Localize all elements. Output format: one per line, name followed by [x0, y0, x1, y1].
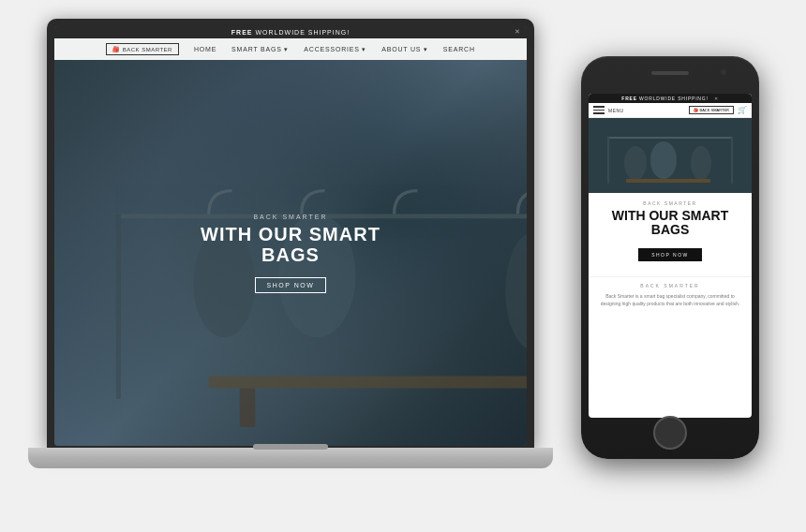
scene: FREE WORLDWIDE SHIPPING! ✕ 🎒 BACK SMARTE… — [0, 0, 806, 532]
phone-about-section: BACK SMARTER Back Smarter is a smart bag… — [589, 276, 752, 313]
laptop-shop-now-button[interactable]: SHOP NOW — [255, 277, 327, 293]
phone-menu-icon[interactable] — [593, 106, 604, 114]
phone-title-line2: BAGS — [651, 222, 689, 237]
phone-banner-text: WORLDWIDE SHIPPING! — [639, 96, 709, 101]
laptop-banner: FREE WORLDWIDE SHIPPING! ✕ — [54, 26, 527, 38]
laptop-hero-title-line1: WITH OUR SMART — [201, 224, 381, 244]
svg-rect-16 — [731, 137, 733, 184]
phone-hero-image — [589, 118, 752, 193]
svg-point-18 — [650, 141, 677, 179]
laptop-banner-text: WORLDWIDE SHIPPING! — [255, 29, 350, 36]
laptop-navbar: 🎒 BACK SMARTER HOME SMART BAGS ▾ ACCESSO… — [54, 38, 527, 60]
laptop-banner-close[interactable]: ✕ — [515, 28, 521, 36]
svg-point-17 — [624, 146, 647, 180]
svg-point-5 — [505, 233, 527, 350]
laptop-hero-title: WITH OUR SMART BAGS — [201, 224, 381, 265]
svg-rect-8 — [240, 389, 255, 427]
laptop-nav-about[interactable]: ABOUT US ▾ — [381, 46, 428, 53]
phone-content-subtitle: BACK SMARTER — [598, 200, 742, 206]
svg-rect-15 — [607, 137, 609, 184]
phone-hero-svg — [589, 118, 752, 193]
svg-point-19 — [691, 146, 711, 180]
laptop-screen-outer: FREE WORLDWIDE SHIPPING! ✕ 🎒 BACK SMARTE… — [47, 19, 534, 448]
phone-shop-now-button[interactable]: SHOP NOW — [638, 248, 702, 261]
phone-about-title: BACK SMARTER — [598, 283, 742, 288]
phone-screen: FREE WORLDWIDE SHIPPING! ✕ MENU 🎒 BACK S… — [589, 94, 752, 418]
phone-banner-free: FREE — [621, 96, 637, 101]
laptop-hinge — [253, 444, 328, 450]
phone-logo-icon: 🎒 — [694, 108, 698, 112]
laptop-hero-subtitle: BACK SMARTER — [201, 214, 381, 220]
laptop-hero-text: BACK SMARTER WITH OUR SMART BAGS SHOP NO… — [201, 214, 381, 293]
svg-rect-1 — [116, 214, 121, 400]
phone-title-line1: WITH OUR SMART — [612, 208, 728, 223]
svg-rect-7 — [209, 377, 527, 389]
phone-content-title: WITH OUR SMART BAGS — [598, 209, 742, 238]
phone-banner-close[interactable]: ✕ — [714, 96, 719, 101]
laptop-hero: BACK SMARTER WITH OUR SMART BAGS SHOP NO… — [54, 60, 527, 446]
phone-camera — [721, 69, 726, 75]
laptop-logo-icon: 🎒 — [112, 46, 120, 52]
phone-nav: MENU 🎒 BACK SMARTER 🛒 — [589, 103, 752, 118]
phone-menu-label[interactable]: MENU — [608, 108, 624, 113]
laptop-screen-inner: FREE WORLDWIDE SHIPPING! ✕ 🎒 BACK SMARTE… — [54, 26, 527, 446]
phone-logo-text: BACK SMARTER — [700, 108, 730, 112]
laptop-logo-text: BACK SMARTER — [123, 47, 172, 52]
laptop-logo: 🎒 BACK SMARTER — [106, 43, 179, 55]
laptop-nav-search[interactable]: SEARCH — [443, 46, 475, 52]
phone-body: FREE WORLDWIDE SHIPPING! ✕ MENU 🎒 BACK S… — [581, 56, 759, 459]
svg-rect-14 — [607, 137, 733, 139]
laptop-nav-accessories[interactable]: ACCESSORIES ▾ — [304, 46, 366, 53]
svg-rect-20 — [626, 179, 710, 183]
phone-device: FREE WORLDWIDE SHIPPING! ✕ MENU 🎒 BACK S… — [581, 56, 759, 459]
phone-home-button[interactable] — [653, 416, 687, 450]
laptop-hero-title-line2: BAGS — [261, 244, 320, 265]
phone-cart-icon[interactable]: 🛒 — [738, 106, 747, 114]
laptop-banner-free: FREE — [231, 29, 253, 36]
laptop-body — [28, 448, 553, 468]
phone-content: BACK SMARTER WITH OUR SMART BAGS SHOP NO… — [589, 193, 752, 276]
phone-about-text: Back Smarter is a smart bag specialist c… — [598, 292, 742, 307]
laptop-nav-smartbags[interactable]: SMART BAGS ▾ — [231, 46, 289, 53]
phone-nav-logo: 🎒 BACK SMARTER — [689, 106, 735, 114]
laptop-device: FREE WORLDWIDE SHIPPING! ✕ 🎒 BACK SMARTE… — [28, 19, 553, 468]
laptop-nav-home[interactable]: HOME — [194, 46, 216, 52]
phone-speaker — [651, 71, 689, 75]
phone-banner: FREE WORLDWIDE SHIPPING! ✕ — [589, 94, 752, 103]
